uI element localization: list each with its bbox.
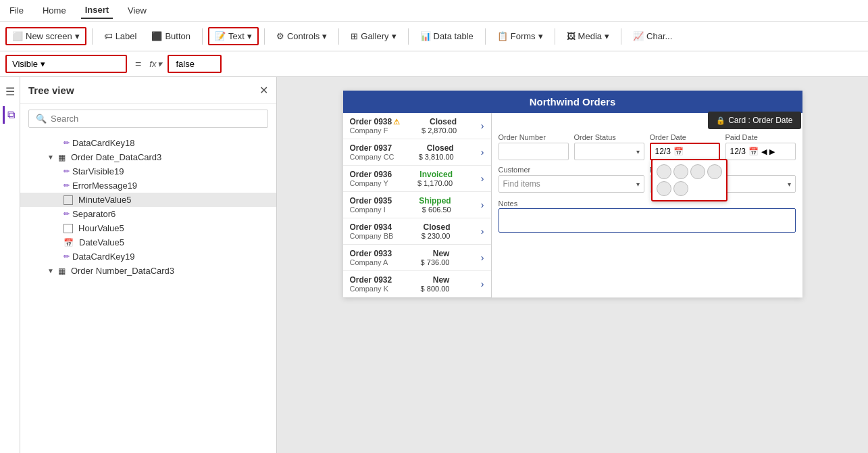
order-number-label: Order Number xyxy=(499,133,569,141)
field-paid-date: Paid Date 12/3 📅 ◀ ▶ xyxy=(725,133,796,160)
tree-content: ✏ DataCardKey18 ▼ ▦ Order Date_DataCard3… xyxy=(20,133,276,453)
menu-file[interactable]: File xyxy=(5,3,28,18)
tree-item-errormessage19[interactable]: ✏ ErrorMessage19 xyxy=(20,178,276,193)
menu-view[interactable]: View xyxy=(124,3,151,18)
property-dropdown[interactable]: Visible ▾ xyxy=(5,55,127,73)
order-row[interactable]: Order 0938⚠ Company F Closed $ 2,870.00 … xyxy=(343,113,491,139)
tree-item-starvisible19[interactable]: ✏ StarVisible19 xyxy=(20,164,276,178)
tree-title: Tree view xyxy=(28,85,74,96)
field-order-date: Order Date 12/3 📅 xyxy=(650,133,720,160)
chevron-right-icon: › xyxy=(481,252,484,263)
tree-search-container: 🔍 xyxy=(28,110,268,128)
order-row[interactable]: Order 0935 Company I Shipped $ 606.50 › xyxy=(343,192,491,218)
controls-button[interactable]: ⚙ Controls ▾ xyxy=(270,28,333,45)
tree-item-ordernumber-datacard3[interactable]: ▼ ▦ Order Number_DataCard3 xyxy=(20,264,276,278)
formula-value-input[interactable]: false xyxy=(168,55,222,73)
calendar-icon: 📅 xyxy=(673,147,684,156)
media-icon: 🖼 xyxy=(567,31,576,41)
media-button[interactable]: 🖼 Media ▾ xyxy=(561,28,615,45)
paid-date-input[interactable]: 12/3 📅 ◀ ▶ xyxy=(725,143,796,160)
field-customer: Customer Find items ▾ xyxy=(499,166,644,193)
tree-item-orderdate-datacard3[interactable]: ▼ ▦ Order Date_DataCard3 xyxy=(20,150,276,164)
tree-item-label: MinuteValue5 xyxy=(78,195,132,205)
field-order-status: Order Status ▾ xyxy=(574,133,644,160)
tree-item-datacardkey19[interactable]: ✏ DataCardKey19 xyxy=(20,249,276,264)
pencil-icon: ✏ xyxy=(63,181,70,190)
label-button[interactable]: 🏷 Label xyxy=(98,28,143,45)
order-date-input[interactable]: 12/3 📅 xyxy=(650,143,720,160)
tree-item-label: Separator6 xyxy=(72,209,116,219)
toolbar-separator-3 xyxy=(264,28,265,45)
toolbar-separator-1 xyxy=(92,28,93,45)
collapse-icon: ▼ xyxy=(47,267,54,275)
tree-item-separator6[interactable]: ✏ Separator6 xyxy=(20,207,276,221)
notes-input[interactable] xyxy=(499,208,796,233)
new-screen-icon: ⬜ xyxy=(12,31,23,41)
tree-item-datacardkey18[interactable]: ✏ DataCardKey18 xyxy=(20,136,276,150)
tree-header: Tree view ✕ xyxy=(20,77,276,104)
nav-right-icon: ▶ xyxy=(769,147,775,156)
order-row[interactable]: Order 0933 Company A New $ 736.00 › xyxy=(343,245,491,271)
text-chevron-icon: ▾ xyxy=(247,31,252,41)
notes-label: Notes xyxy=(499,199,518,208)
fields-row-1: Order Number Order Status ▾ Order Date xyxy=(499,133,796,160)
dp-cell[interactable] xyxy=(673,181,688,196)
dp-cell[interactable] xyxy=(657,164,671,179)
toolbar-separator-4 xyxy=(338,28,339,45)
tree-panel: Tree view ✕ 🔍 ✏ DataCardKey18 ▼ ▦ Order … xyxy=(20,77,277,453)
tree-close-button[interactable]: ✕ xyxy=(259,84,268,97)
pencil-icon: ✏ xyxy=(63,252,70,261)
customer-label: Customer xyxy=(499,166,644,174)
toolbar: ⬜ New screen ▾ 🏷 Label ⬛ Button 📝 Text ▾… xyxy=(0,22,868,51)
hamburger-icon[interactable]: ☰ xyxy=(3,82,18,101)
menu-home[interactable]: Home xyxy=(39,3,70,18)
dp-cell[interactable] xyxy=(657,181,671,196)
forms-button[interactable]: 📋 Forms ▾ xyxy=(491,28,549,45)
tree-item-label: DateValue5 xyxy=(79,237,124,247)
tooltip-text: Card : Order Date xyxy=(728,116,792,125)
gallery-icon: ⊞ xyxy=(351,31,358,41)
tree-item-hourvalue5[interactable]: HourValue5 xyxy=(20,221,276,235)
fx-button[interactable]: fx ▾ xyxy=(149,59,162,69)
tree-item-label: DataCardKey19 xyxy=(72,252,135,262)
paid-date-label: Paid Date xyxy=(725,133,796,141)
dp-cell[interactable] xyxy=(707,164,722,179)
box-icon xyxy=(63,224,73,233)
menu-insert[interactable]: Insert xyxy=(81,2,113,19)
tree-item-datevalue5[interactable]: 📅 DateValue5 xyxy=(20,235,276,249)
canvas-area: Northwind Orders Order 0938⚠ Company F C… xyxy=(277,77,868,453)
pencil-icon: ✏ xyxy=(63,167,70,176)
chevron-right-icon: › xyxy=(481,226,484,237)
gallery-button[interactable]: ⊞ Gallery ▾ xyxy=(344,28,402,45)
layers-icon[interactable]: ⧉ xyxy=(3,106,18,124)
order-status-select[interactable]: ▾ xyxy=(574,143,644,160)
new-screen-button[interactable]: ⬜ New screen ▾ xyxy=(5,27,86,45)
search-input[interactable] xyxy=(51,114,261,124)
tree-item-minutevalue5[interactable]: MinuteValue5 xyxy=(20,193,276,207)
box-icon xyxy=(63,195,73,205)
dp-cell[interactable] xyxy=(673,164,688,179)
data-table-button[interactable]: 📊 Data table xyxy=(414,28,480,45)
gallery-chevron-icon: ▾ xyxy=(392,31,397,41)
customer-select[interactable]: Find items ▾ xyxy=(499,175,644,193)
toolbar-separator-5 xyxy=(408,28,409,45)
app-title: Northwind Orders xyxy=(343,91,802,113)
order-number-input[interactable] xyxy=(499,143,569,160)
charts-button[interactable]: 📈 Char... xyxy=(627,28,678,45)
order-row[interactable]: Order 0932 Company K New $ 800.00 › xyxy=(343,271,491,297)
order-row[interactable]: Order 0936 Company Y Invoiced $ 1,170.00… xyxy=(343,166,491,192)
dp-cell[interactable] xyxy=(690,164,705,179)
text-button[interactable]: 📝 Text ▾ xyxy=(208,27,259,45)
warning-icon: ⚠ xyxy=(393,118,400,126)
app-canvas: Northwind Orders Order 0938⚠ Company F C… xyxy=(343,91,802,297)
notes-area: Notes xyxy=(499,198,796,233)
tree-item-label: Order Date_DataCard3 xyxy=(71,152,161,162)
select-arrow-icon: ▾ xyxy=(788,181,791,188)
main-area: ☰ ⧉ Tree view ✕ 🔍 ✏ DataCardKey18 ▼ ▦ Or xyxy=(0,77,868,453)
datepicker-overlay xyxy=(651,159,727,201)
label-icon: 🏷 xyxy=(104,31,113,41)
tree-item-label: DataCardKey18 xyxy=(72,138,135,148)
button-button[interactable]: ⬛ Button xyxy=(145,28,197,45)
order-row[interactable]: Order 0937 Company CC Closed $ 3,810.00 … xyxy=(343,139,491,166)
order-row[interactable]: Order 0934 Company BB Closed $ 230.00 › xyxy=(343,218,491,245)
